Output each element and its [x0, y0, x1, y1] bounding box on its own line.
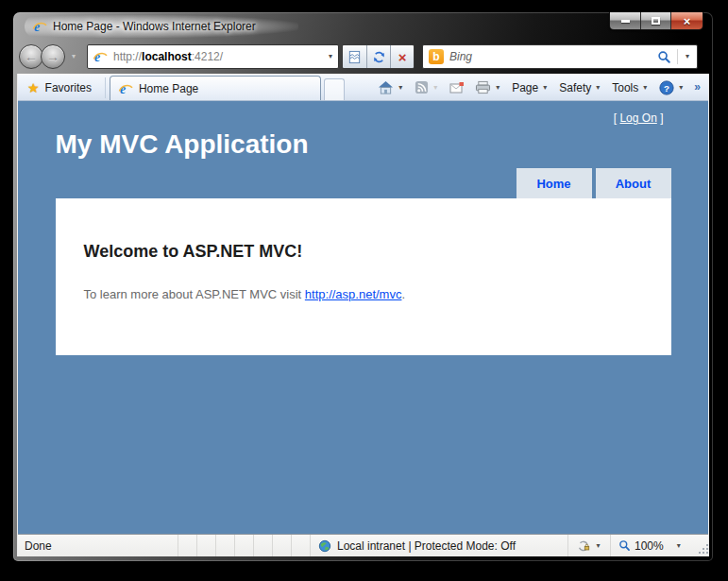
printer-icon — [475, 80, 491, 94]
page-menu-button[interactable]: Page ▾ — [509, 79, 551, 96]
paragraph-prefix: To learn more about ASP.NET MVC visit — [84, 287, 305, 301]
favorites-button[interactable]: ★ Favorites — [20, 78, 101, 97]
logon-open-bracket: [ — [614, 111, 617, 125]
tab-title: Home Page — [139, 82, 198, 95]
tools-menu-button[interactable]: Tools ▾ — [609, 79, 652, 96]
statusbar-cell — [272, 535, 291, 556]
tools-menu-label: Tools — [612, 81, 638, 94]
help-icon: ? — [659, 80, 674, 95]
refresh-icon — [372, 50, 386, 64]
window-controls: × — [609, 12, 703, 30]
statusbar-cell — [234, 535, 253, 556]
close-icon: × — [684, 15, 691, 27]
search-dropdown[interactable]: ▾ — [684, 53, 691, 60]
tools-menu-dropdown: ▾ — [641, 84, 649, 92]
close-button[interactable]: × — [670, 12, 703, 29]
search-icon[interactable] — [657, 50, 671, 64]
print-button[interactable]: ▾ — [472, 78, 504, 96]
read-mail-button[interactable] — [447, 79, 467, 96]
menu-tab-home[interactable]: Home — [516, 168, 592, 198]
paragraph-suffix: . — [401, 287, 405, 301]
logon-row: [ Log On ] — [56, 101, 671, 125]
search-input[interactable] — [449, 50, 652, 63]
app-title: My MVC Application — [56, 129, 671, 160]
welcome-heading: Welcome to ASP.NET MVC! — [84, 242, 643, 262]
help-dropdown[interactable]: ▾ — [677, 84, 685, 92]
client-area: ★ Favorites e Home Page — [17, 74, 709, 556]
site-menu: Home About — [56, 168, 671, 198]
safety-menu-button[interactable]: Safety ▾ — [556, 79, 604, 96]
rss-feed-icon — [415, 80, 429, 94]
help-button[interactable]: ? ▾ — [656, 78, 687, 97]
safety-menu-dropdown: ▾ — [594, 84, 601, 92]
tab-favicon: e — [118, 81, 133, 96]
zoom-control[interactable]: 100% ▾ — [610, 535, 695, 556]
favorites-tab-bar: ★ Favorites e Home Page — [18, 74, 708, 101]
title-bar: e Home Page - Windows Internet Explorer … — [13, 12, 713, 40]
stop-icon: × — [398, 50, 407, 64]
tab-home-page[interactable]: e Home Page — [110, 76, 321, 100]
tab-separator — [105, 77, 106, 98]
resize-grip[interactable] — [695, 535, 708, 556]
desktop-background: e Home Page - Windows Internet Explorer … — [0, 0, 728, 581]
main-content: Welcome to ASP.NET MVC! To learn more ab… — [56, 198, 671, 355]
home-dropdown[interactable]: ▾ — [397, 84, 404, 92]
feeds-dropdown[interactable]: ▾ — [432, 84, 439, 92]
url-scheme: http:// — [113, 50, 142, 63]
logon-link[interactable]: Log On — [619, 111, 656, 125]
command-bar: ▾ ▾ — [375, 78, 703, 97]
statusbar-cell — [178, 535, 196, 556]
home-button[interactable]: ▾ — [375, 78, 407, 96]
recent-pages-dropdown[interactable]: ▾ — [70, 53, 77, 60]
logon-close-bracket: ] — [660, 111, 663, 125]
statusbar-cell — [196, 535, 215, 556]
mail-icon — [449, 81, 465, 94]
safety-menu-label: Safety — [559, 81, 591, 94]
bing-provider-icon[interactable]: b — [429, 49, 444, 64]
compatibility-view-button[interactable] — [343, 45, 366, 68]
filter-shield-icon — [576, 539, 591, 553]
address-bar[interactable]: e http://localhost:4212/ ▾ — [87, 44, 339, 69]
new-tab-button[interactable] — [324, 78, 345, 100]
zoom-dropdown: ▾ — [675, 542, 683, 550]
minimize-icon — [621, 20, 630, 23]
restore-button[interactable] — [640, 12, 670, 29]
back-arrow-icon: ← — [25, 49, 38, 64]
search-box: b ▾ — [422, 44, 698, 69]
refresh-button[interactable] — [366, 45, 390, 68]
status-bar: Done Local intranet | Protected Mode: Of… — [18, 534, 708, 556]
url-text: http://localhost:4212/ — [113, 50, 327, 63]
welcome-paragraph: To learn more about ASP.NET MVC visit ht… — [84, 287, 643, 301]
status-text: Done — [18, 535, 178, 556]
home-icon — [378, 80, 394, 94]
inprivate-filter-control[interactable]: ▾ — [567, 535, 610, 556]
mvc-page: [ Log On ] My MVC Application Home About… — [56, 101, 671, 355]
browser-window: e Home Page - Windows Internet Explorer … — [13, 12, 713, 561]
statusbar-spacer — [527, 535, 567, 556]
url-path: :4212/ — [192, 50, 223, 63]
stop-button[interactable]: × — [390, 45, 414, 68]
address-bar-group: e http://localhost:4212/ ▾ — [87, 44, 415, 69]
forward-button[interactable]: → — [41, 44, 65, 69]
minimize-button[interactable] — [610, 12, 640, 29]
search-separator — [677, 49, 678, 64]
zone-text: Local intranet | Protected Mode: Off — [337, 539, 516, 553]
more-toolbar-chevron-icon[interactable]: » — [694, 80, 701, 94]
statusbar-cell — [291, 535, 310, 556]
statusbar-cell — [215, 535, 234, 556]
menu-tab-about[interactable]: About — [596, 168, 671, 198]
url-host: localhost — [142, 50, 192, 63]
svg-text:?: ? — [664, 82, 669, 93]
address-dropdown[interactable]: ▾ — [327, 53, 334, 60]
asp-net-mvc-link[interactable]: http://asp.net/mvc — [305, 287, 402, 301]
ie-logo-icon: e — [32, 19, 47, 34]
print-dropdown[interactable]: ▾ — [494, 84, 501, 92]
compatibility-view-icon — [347, 50, 362, 64]
security-zone: Local intranet | Protected Mode: Off — [310, 535, 527, 556]
restore-icon — [652, 17, 660, 25]
zoom-magnifier-icon — [618, 539, 631, 552]
favorites-label: Favorites — [45, 81, 92, 94]
address-buttons: × — [342, 44, 415, 69]
feeds-button[interactable]: ▾ — [412, 78, 442, 96]
navigation-bar: ← → ▾ e http://localhost:4212/ ▾ — [13, 40, 713, 74]
